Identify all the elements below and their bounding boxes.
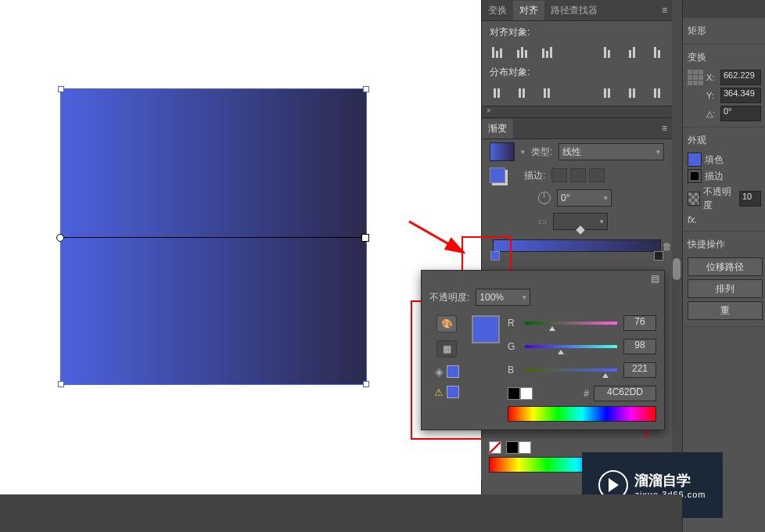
offset-path-button[interactable]: 位移路径 — [688, 257, 763, 276]
opacity-prop-input[interactable]: 10 — [739, 191, 761, 207]
gradient-end-handle[interactable] — [361, 234, 369, 242]
opacity-input[interactable]: 100% ▾ — [476, 289, 530, 306]
b-value[interactable]: 221 — [623, 362, 656, 378]
opacity-value: 100% — [479, 292, 504, 303]
fill-label: 填色 — [705, 153, 724, 167]
transform-title: 变换 — [688, 48, 761, 67]
gradient-annotator[interactable] — [60, 237, 365, 238]
r-slider[interactable] — [525, 319, 617, 327]
g-label: G — [508, 341, 519, 352]
gradient-type-label: 类型: — [531, 146, 552, 159]
tab-align[interactable]: 对齐 — [513, 1, 544, 20]
tab-transform[interactable]: 变换 — [482, 1, 513, 20]
dist-top-icon[interactable] — [490, 85, 504, 98]
trash-icon[interactable]: 🗑 — [663, 241, 672, 252]
hex-label: # — [584, 388, 589, 399]
opacity-swatch-icon[interactable] — [688, 192, 700, 206]
gradient-start-handle[interactable] — [56, 234, 64, 242]
sel-handle-tl[interactable] — [58, 86, 64, 92]
gradient-stroke-label: 描边: — [524, 169, 545, 182]
fill-stroke-swatch[interactable] — [490, 167, 505, 183]
gradient-angle-input[interactable]: 0° ▾ — [557, 189, 612, 207]
gradient-panel-menu-icon[interactable]: ≡ — [662, 123, 667, 134]
align-hcenter-icon[interactable] — [515, 45, 529, 58]
footer-bar — [0, 494, 682, 532]
angle-icon — [538, 192, 551, 204]
sel-handle-br[interactable] — [363, 381, 369, 387]
x-label: X: — [706, 73, 717, 82]
panel-separator: × — [482, 106, 672, 118]
y-input[interactable]: 364.349 — [720, 88, 761, 103]
black-white-swatch-2[interactable] — [506, 441, 531, 454]
panel-menu-icon[interactable]: ≡ — [662, 5, 667, 16]
fx-label[interactable]: fx. — [688, 214, 698, 225]
align-left-icon[interactable] — [490, 45, 504, 58]
r-label: R — [508, 318, 519, 329]
none-swatch-icon[interactable] — [489, 441, 501, 454]
color-picker-popover: ▤ 不透明度: 100% ▾ 🎨 ▦ ◈ ⚠ R 76 — [421, 270, 665, 430]
r-value[interactable]: 76 — [623, 315, 656, 331]
websafe-swatch[interactable] — [447, 365, 459, 378]
x-input[interactable]: 662.229 — [720, 70, 761, 85]
y-label: Y: — [706, 91, 717, 100]
spectrum-bar[interactable] — [508, 406, 656, 422]
dist-left-icon[interactable] — [600, 85, 614, 98]
tab-pathfinder[interactable]: 路径查找器 — [544, 1, 604, 20]
gradient-ramp[interactable]: 🗑 — [482, 233, 672, 255]
align-right-icon[interactable] — [540, 45, 554, 58]
gradient-type-dropdown[interactable]: 线性 ▾ — [558, 143, 664, 160]
dist-right-icon[interactable] — [650, 85, 664, 98]
align-vcenter-icon[interactable] — [625, 45, 639, 58]
dist-hcenter-icon[interactable] — [625, 85, 639, 98]
hex-input[interactable]: 4C62DD — [594, 386, 656, 401]
panel-scrollbar[interactable] — [671, 0, 682, 494]
stroke-gradient-type-icons[interactable] — [551, 168, 605, 182]
color-mode-swatches-icon[interactable]: ▦ — [436, 340, 457, 358]
warning-icon: ⚠ — [434, 386, 444, 398]
stroke-label: 描边 — [705, 170, 724, 183]
dist-bottom-icon[interactable] — [540, 85, 554, 98]
reference-point-icon[interactable] — [688, 70, 703, 85]
g-slider[interactable] — [525, 343, 617, 350]
align-bottom-icon[interactable] — [650, 45, 664, 58]
tab-gradient[interactable]: 渐变 — [482, 119, 513, 138]
cube-icon: ◈ — [435, 365, 444, 378]
gradient-type-value: 线性 — [562, 146, 581, 159]
black-white-swatch[interactable] — [508, 387, 533, 400]
distribute-objects-label: 分布对象: — [482, 61, 672, 82]
gradient-stop-right[interactable] — [654, 251, 663, 261]
chevron-down-icon: ▾ — [523, 293, 526, 301]
gradient-stop-left[interactable] — [490, 251, 500, 261]
stroke-swatch[interactable] — [688, 169, 702, 183]
reset-button[interactable]: 重 — [688, 301, 763, 320]
scrollbar-thumb[interactable] — [673, 258, 681, 280]
outofgamut-swatch[interactable] — [447, 386, 459, 398]
arrange-button[interactable]: 排列 — [688, 279, 763, 298]
gradient-preview-swatch[interactable] — [490, 142, 515, 161]
gradient-panel: ▾ 类型: 线性 ▾ 描边: 0° ▾ ▭ ▾ — [482, 139, 672, 255]
current-color-swatch[interactable] — [472, 315, 500, 343]
align-top-icon[interactable] — [600, 45, 614, 58]
fill-swatch[interactable] — [688, 153, 702, 167]
quick-actions-title: 快捷操作 — [688, 235, 761, 254]
rotate-label: △: — [706, 109, 717, 119]
rotate-input[interactable]: 0° — [720, 106, 761, 121]
sel-handle-tr[interactable] — [363, 86, 369, 92]
canvas-area[interactable] — [0, 0, 481, 494]
aspect-ratio-icon: ▭ — [538, 216, 547, 227]
opacity-label: 不透明度: — [429, 291, 469, 304]
opacity-prop-label: 不透明度 — [703, 185, 736, 212]
close-panel-icon[interactable]: × — [487, 106, 491, 115]
chevron-down-icon: ▾ — [656, 148, 660, 156]
b-slider[interactable] — [525, 366, 617, 374]
gradient-tab-bar: 渐变 ≡ — [482, 118, 672, 139]
sel-handle-bl[interactable] — [58, 381, 64, 387]
align-tab-bar: 变换 对齐 路径查找器 ≡ — [482, 0, 672, 21]
color-mode-palette-icon[interactable]: 🎨 — [436, 315, 457, 332]
popover-menu-icon[interactable]: ▤ — [651, 273, 659, 284]
g-value[interactable]: 98 — [623, 339, 656, 354]
b-label: B — [508, 365, 519, 376]
dist-vcenter-icon[interactable] — [515, 85, 529, 98]
watermark-line1: 溜溜自学 — [634, 471, 706, 490]
align-objects-label: 对齐对象: — [482, 21, 672, 42]
